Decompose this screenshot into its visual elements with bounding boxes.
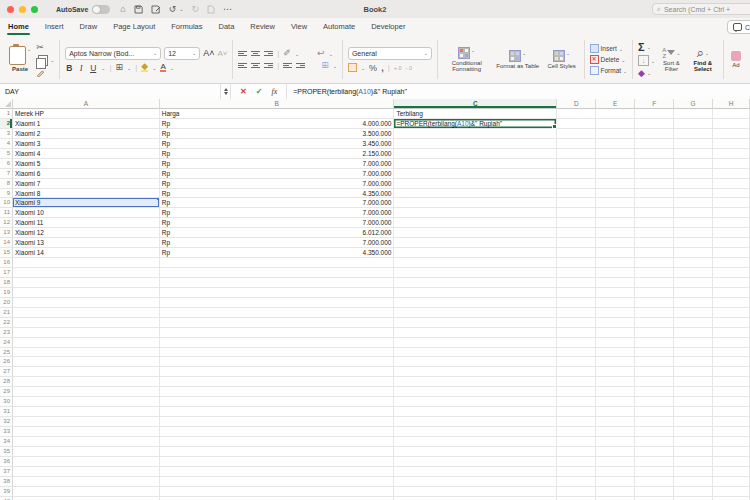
cell-F20[interactable] [635,298,674,308]
font-name-select[interactable]: Aptos Narrow (Bod...⌄ [65,47,161,60]
cell-G33[interactable] [674,427,713,437]
decrease-decimal-button[interactable]: -.0 [406,65,412,71]
close-window-button[interactable] [7,6,14,13]
cell-G9[interactable] [674,189,713,199]
cell-B5[interactable]: Rp2.150.000 [160,149,395,159]
cell-B29[interactable] [160,387,395,397]
cell-A18[interactable] [13,278,160,288]
cell-D5[interactable] [557,149,596,159]
col-header-D[interactable]: D [557,99,596,109]
cell-C36[interactable] [394,457,557,467]
cell-B22[interactable] [160,318,395,328]
cell-G4[interactable] [674,139,713,149]
cell-D36[interactable] [557,457,596,467]
cell-D21[interactable] [557,308,596,318]
cell-D30[interactable] [557,397,596,407]
tab-insert[interactable]: Insert [37,18,72,35]
cell-G17[interactable] [674,268,713,278]
row-header-18[interactable]: 18 [0,278,13,288]
cell-G40[interactable] [674,497,713,500]
cell-H24[interactable] [713,338,750,348]
cell-E21[interactable] [596,308,635,318]
cell-E29[interactable] [596,387,635,397]
cell-E26[interactable] [596,357,635,367]
row-header-23[interactable]: 23 [0,328,13,338]
cell-H4[interactable] [713,139,750,149]
cell-D40[interactable] [557,497,596,500]
row-header-11[interactable]: 11 [0,208,13,218]
cell-G29[interactable] [674,387,713,397]
fill-color-dropdown-icon[interactable]: ⌄ [152,65,156,71]
cell-E15[interactable] [596,248,635,258]
cell-E35[interactable] [596,447,635,457]
cell-F27[interactable] [635,367,674,377]
cell-A16[interactable] [13,258,160,268]
cell-C7[interactable] [394,169,557,179]
cell-C3[interactable] [394,129,557,139]
row-header-6[interactable]: 6 [0,159,13,169]
cell-B10[interactable]: Rp7.000.000 [160,198,395,208]
cell-A2[interactable]: Xiaomi 1 [13,119,160,129]
cell-D22[interactable] [557,318,596,328]
cell-D31[interactable] [557,407,596,417]
cell-C9[interactable] [394,189,557,199]
col-header-C[interactable]: C [394,99,557,109]
cell-C8[interactable] [394,179,557,189]
addins-button[interactable]: Ad [729,51,743,69]
cell-C21[interactable] [394,308,557,318]
cell-E30[interactable] [596,397,635,407]
row-header-29[interactable]: 29 [0,387,13,397]
cell-D1[interactable] [557,109,596,119]
cell-A10[interactable]: Xiaomi 9 [13,198,160,208]
row-header-1[interactable]: 1 [0,109,13,119]
cell-F7[interactable] [635,169,674,179]
cell-D15[interactable] [557,248,596,258]
cell-A23[interactable] [13,328,160,338]
cell-G37[interactable] [674,467,713,477]
cell-A40[interactable] [13,497,160,500]
insert-cells-button[interactable]: Insert⌄ [590,44,628,53]
cell-A28[interactable] [13,377,160,387]
cell-G21[interactable] [674,308,713,318]
cell-F23[interactable] [635,328,674,338]
align-bottom-button[interactable] [264,51,273,56]
cut-button[interactable]: ✂ [36,43,54,52]
cell-A38[interactable] [13,477,160,487]
underline-dropdown-icon[interactable]: ⌄ [101,65,105,71]
cell-A25[interactable] [13,348,160,358]
cell-F34[interactable] [635,437,674,447]
cell-G19[interactable] [674,288,713,298]
cell-E17[interactable] [596,268,635,278]
cell-D7[interactable] [557,169,596,179]
cell-B23[interactable] [160,328,395,338]
cell-H13[interactable] [713,228,750,238]
row-header-21[interactable]: 21 [0,308,13,318]
cell-F21[interactable] [635,308,674,318]
col-header-F[interactable]: F [635,99,674,109]
format-cells-button[interactable]: Format⌄ [590,66,628,75]
cell-B11[interactable]: Rp7.000.000 [160,208,395,218]
cell-F1[interactable] [635,109,674,119]
cell-G36[interactable] [674,457,713,467]
cell-D32[interactable] [557,417,596,427]
cell-E11[interactable] [596,208,635,218]
cell-D34[interactable] [557,437,596,447]
cell-G38[interactable] [674,477,713,487]
cell-D17[interactable] [557,268,596,278]
cell-B15[interactable]: Rp4.350.000 [160,248,395,258]
cell-C5[interactable] [394,149,557,159]
paste-button[interactable]: ⌄ Paste [7,46,33,73]
cell-A6[interactable]: Xiaomi 5 [13,159,160,169]
cell-C32[interactable] [394,417,557,427]
cell-A26[interactable] [13,357,160,367]
increase-decimal-button[interactable]: +.0 [394,65,402,71]
cell-H17[interactable] [713,268,750,278]
name-box-stepper[interactable] [220,84,231,99]
orientation-button[interactable]: ✐ [283,49,291,58]
format-as-table-button[interactable]: ⌄ Format as Table [494,50,542,70]
cell-G39[interactable] [674,487,713,497]
cell-E19[interactable] [596,288,635,298]
cell-B18[interactable] [160,278,395,288]
cell-G1[interactable] [674,109,713,119]
cell-D24[interactable] [557,338,596,348]
